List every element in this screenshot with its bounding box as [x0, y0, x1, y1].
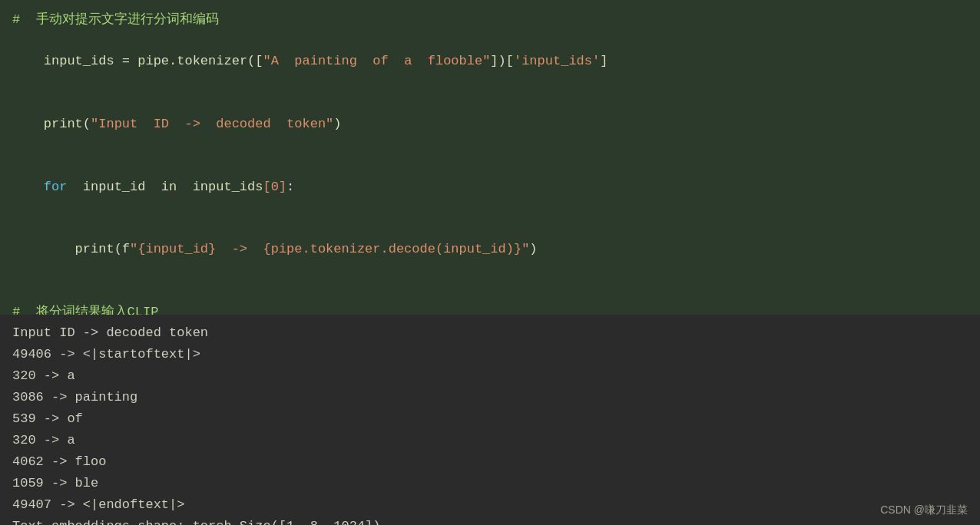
code-line-5: print(f"{input_id} -> {pipe.tokenizer.de… — [12, 218, 968, 281]
var-input-ids: input_ids — [44, 54, 114, 68]
output-line-2: 49406 -> <|startoftext|> — [12, 344, 968, 365]
code-line-3: print("Input ID -> decoded token") — [12, 93, 968, 156]
code-line-2: input_ids = pipe.tokenizer(["A painting … — [12, 30, 968, 93]
output-line-8: 1059 -> ble — [12, 473, 968, 494]
code-line-4: for input_id in input_ids[0]: — [12, 155, 968, 218]
code-section: # 手动对提示文字进行分词和编码 input_ids = pipe.tokeni… — [0, 0, 980, 315]
output-section: Input ID -> decoded token 49406 -> <|sta… — [0, 315, 980, 525]
output-line-7: 4062 -> floo — [12, 451, 968, 473]
comment-line-1: # 手动对提示文字进行分词和编码 — [12, 9, 968, 30]
output-line-3: 320 -> a — [12, 365, 968, 387]
watermark: CSDN @嗛刀韭菜 — [880, 501, 968, 519]
blank-line-1 — [12, 280, 968, 301]
output-line-10: Text embeddings shape: torch.Size([1, 8,… — [12, 516, 968, 525]
output-line-1: Input ID -> decoded token — [12, 322, 968, 344]
output-line-6: 320 -> a — [12, 430, 968, 451]
output-line-9: 49407 -> <|endoftext|> — [12, 494, 968, 516]
output-line-5: 539 -> of — [12, 408, 968, 430]
comment-line-2: # 将分词结果输入CLIP — [12, 302, 968, 315]
output-line-4: 3086 -> painting — [12, 387, 968, 408]
